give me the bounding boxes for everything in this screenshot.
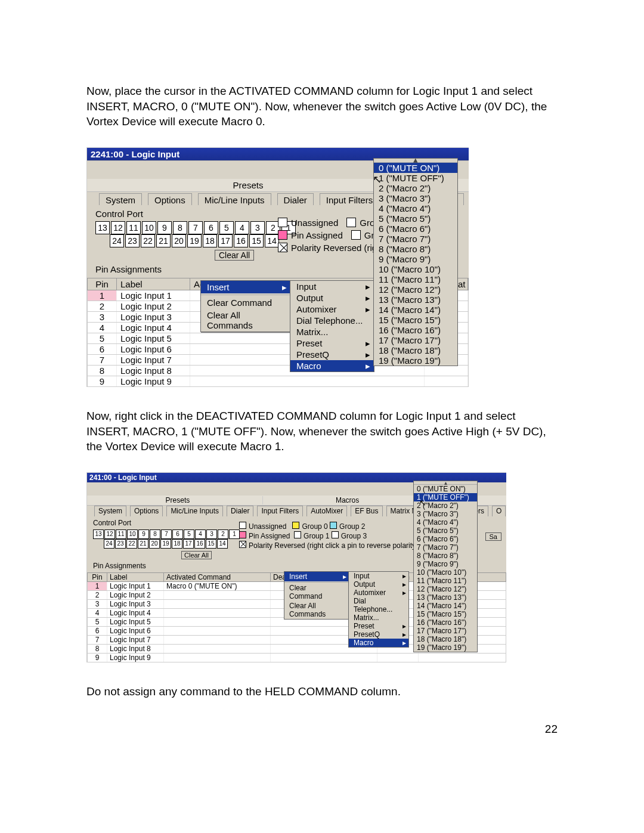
pin-20[interactable]: 20 — [149, 539, 160, 549]
pin-2[interactable]: 2 — [218, 529, 228, 539]
pin-5[interactable]: 5 — [184, 529, 194, 539]
pin-12[interactable]: 12 — [111, 221, 125, 234]
pin-18[interactable]: 18 — [172, 539, 182, 549]
submenu-item[interactable]: Macro — [349, 639, 408, 647]
pin-3[interactable]: 3 — [250, 221, 265, 234]
macro-item[interactable]: 6 ("Macro 6") — [374, 224, 457, 234]
pin-23[interactable]: 23 — [125, 234, 140, 247]
pin-10[interactable]: 10 — [142, 221, 156, 234]
macro-item[interactable]: 15 ("Macro 15") — [374, 315, 457, 325]
pin-8[interactable]: 8 — [150, 529, 160, 539]
macro-item[interactable]: 1 ("MUTE OFF") — [374, 173, 457, 183]
pin-1[interactable]: 1 — [229, 529, 240, 539]
macro-list[interactable]: 0 ("MUTE ON")1 ("MUTE OFF")2 ("Macro 2")… — [373, 158, 458, 366]
macro-item[interactable]: 15 ("Macro 15") — [414, 610, 477, 618]
submenu-item[interactable]: Matrix... — [290, 326, 374, 337]
pin-20[interactable]: 20 — [172, 234, 186, 247]
tab[interactable]: Input Filters — [320, 193, 379, 205]
tab[interactable]: Options — [130, 506, 163, 516]
pin-24[interactable]: 24 — [110, 234, 124, 247]
pin-23[interactable]: 23 — [115, 539, 126, 549]
ctx-insert[interactable]: Insert — [284, 572, 349, 581]
macro-item[interactable]: 18 ("Macro 18") — [414, 635, 477, 643]
macro-item[interactable]: 7 ("Macro 7") — [374, 234, 457, 244]
macro-item[interactable]: 5 ("Macro 5") — [414, 527, 477, 535]
submenu-item[interactable]: Preset — [349, 622, 408, 630]
tab[interactable]: Mic/Line Inputs — [198, 193, 271, 205]
submenu-item[interactable]: Output — [290, 292, 374, 304]
pin-14[interactable]: 14 — [217, 539, 228, 549]
submenu-item[interactable]: Output — [349, 580, 408, 589]
submenu-insert[interactable]: InputOutputAutomixerDial Telephone...Mat… — [348, 571, 409, 648]
submenu-item[interactable]: Dial Telephone... — [290, 315, 374, 326]
pin-22[interactable]: 22 — [141, 234, 155, 247]
pin-17[interactable]: 17 — [183, 539, 194, 549]
pin-18[interactable]: 18 — [203, 234, 217, 247]
macro-item[interactable]: 13 ("Macro 13") — [374, 295, 457, 305]
pin-9[interactable]: 9 — [157, 221, 172, 234]
pin-21[interactable]: 21 — [138, 539, 148, 549]
pin-9[interactable]: 9 — [138, 529, 149, 539]
pin-13[interactable]: 13 — [95, 221, 110, 234]
pin-4[interactable]: 4 — [195, 529, 206, 539]
section-tab[interactable]: Macros — [263, 496, 433, 504]
macro-item[interactable]: 13 ("Macro 13") — [414, 593, 477, 602]
clear-all-button[interactable]: Clear All — [215, 250, 254, 261]
macro-item[interactable]: 10 ("Macro 10") — [374, 264, 457, 274]
macro-item[interactable]: 17 ("Macro 17") — [374, 335, 457, 345]
macro-item[interactable]: 9 ("Macro 9") — [374, 254, 457, 264]
macro-item[interactable]: 16 ("Macro 16") — [414, 618, 477, 627]
pin-7[interactable]: 7 — [161, 529, 172, 539]
submenu-item[interactable]: Input — [349, 572, 408, 580]
macro-item[interactable]: 12 ("Macro 12") — [374, 284, 457, 295]
ctx-clear-all[interactable]: Clear All Commands — [284, 601, 349, 619]
pin-15[interactable]: 15 — [206, 539, 216, 549]
pin-7[interactable]: 7 — [188, 221, 203, 234]
macro-item[interactable]: 8 ("Macro 8") — [374, 244, 457, 254]
macro-item[interactable]: 14 ("Macro 14") — [414, 602, 477, 610]
macro-item[interactable]: 2 ("Macro 2") — [374, 183, 457, 193]
submenu-item[interactable]: Matrix... — [349, 614, 408, 622]
clear-all-button[interactable]: Clear All — [181, 551, 212, 559]
table-row[interactable]: 9Logic Input 9 — [87, 376, 469, 387]
ctx-clear[interactable]: Clear Command — [201, 296, 290, 309]
macro-item[interactable]: 17 ("Macro 17") — [414, 627, 477, 635]
ctx-insert[interactable]: Insert — [201, 281, 290, 293]
submenu-item[interactable]: Input — [290, 281, 374, 292]
macro-item[interactable]: 12 ("Macro 12") — [414, 585, 477, 593]
context-menu[interactable]: Insert Clear Command Clear All Commands — [200, 280, 291, 332]
macro-item[interactable]: 11 ("Macro 11") — [414, 577, 477, 585]
pin-19[interactable]: 19 — [160, 539, 171, 549]
macro-item[interactable]: 14 ("Macro 14") — [374, 305, 457, 315]
macro-item[interactable]: 7 ("Macro 7") — [414, 543, 477, 552]
macro-item[interactable]: 8 ("Macro 8") — [414, 552, 477, 560]
tab[interactable]: System — [99, 193, 142, 205]
ctx-clear-all[interactable]: Clear All Commands — [201, 309, 290, 332]
submenu-item[interactable]: Preset — [290, 337, 374, 349]
tab[interactable]: Options — [148, 193, 192, 205]
pin-16[interactable]: 16 — [194, 539, 205, 549]
pin-11[interactable]: 11 — [126, 221, 141, 234]
tab[interactable]: AutoMixer — [306, 506, 347, 516]
sa-button[interactable]: Sa — [485, 532, 501, 541]
submenu-item[interactable]: Automixer — [349, 589, 408, 597]
scroll-up-icon[interactable] — [374, 159, 457, 163]
macro-item[interactable]: 11 ("Macro 11") — [374, 274, 457, 284]
macro-item[interactable]: 10 ("Macro 10") — [414, 568, 477, 577]
pin-6[interactable]: 6 — [204, 221, 218, 234]
submenu-item[interactable]: PresetQ — [349, 630, 408, 639]
submenu-item[interactable]: PresetQ — [290, 349, 374, 360]
table-row[interactable]: 8Logic Input 8 — [87, 366, 469, 376]
pin-12[interactable]: 12 — [104, 529, 115, 539]
pin-13[interactable]: 13 — [93, 529, 104, 539]
pin-11[interactable]: 11 — [116, 529, 126, 539]
submenu-item[interactable]: Macro — [290, 360, 374, 371]
pin-10[interactable]: 10 — [127, 529, 138, 539]
tab[interactable]: EF Bus — [351, 506, 382, 516]
pin-17[interactable]: 17 — [218, 234, 233, 247]
pin-3[interactable]: 3 — [206, 529, 217, 539]
pin-21[interactable]: 21 — [156, 234, 171, 247]
pin-19[interactable]: 19 — [187, 234, 202, 247]
submenu-item[interactable]: Automixer — [290, 304, 374, 315]
macro-item[interactable]: 3 ("Macro 3") — [414, 510, 477, 518]
